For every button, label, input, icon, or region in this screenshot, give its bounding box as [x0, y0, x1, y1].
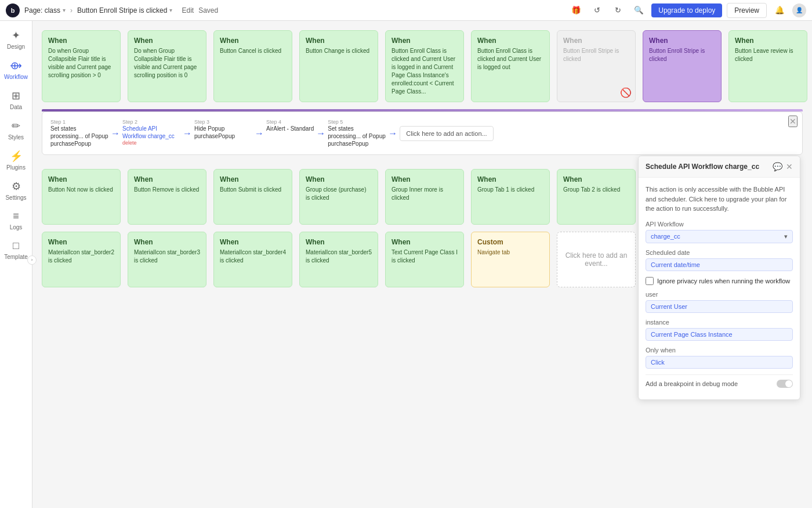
action-flow-bar: ✕ Step 1 Set states processing... of Pop… [42, 111, 803, 155]
step-5-num: Step 5 [328, 119, 386, 125]
sidebar-workflow-label: Workflow [4, 74, 28, 80]
preview-button[interactable]: Preview [727, 3, 767, 18]
step-3-num: Step 3 [194, 119, 252, 125]
workflow-card-star-border-4[interactable]: When MaterialIcon star_border4 is clicke… [213, 232, 292, 287]
step-2-delete[interactable]: delete [122, 140, 180, 146]
page-breadcrumb[interactable]: Page: class ▾ [24, 6, 66, 15]
workflow-card-star-border-2[interactable]: When MaterialIcon star_border2 is clicke… [42, 232, 121, 287]
action-step-4[interactable]: Step 4 AirAlert - Standard [266, 119, 314, 132]
panel-warning-text[interactable]: This action is only accessible with the … [646, 185, 793, 214]
workflow-card-do-when-1[interactable]: When Do when Group Collapsible Flair tit… [42, 30, 121, 102]
page-chevron-icon: ▾ [63, 7, 66, 13]
sidebar-item-styles[interactable]: ✏ Styles [2, 116, 30, 144]
workflow-card-group-inner-more[interactable]: When Group Inner more is clicked [385, 169, 464, 225]
sidebar-plugins-label: Plugins [6, 164, 26, 171]
workflow-card-do-when-2[interactable]: When Do when Group Collapsible Flair tit… [128, 30, 206, 102]
sidebar-item-plugins[interactable]: ⚡ Plugins [2, 146, 30, 174]
action-step-5[interactable]: Step 5 Set states processing... of Popup… [328, 119, 386, 147]
styles-icon: ✏ [12, 120, 20, 132]
workflow-card-button-change[interactable]: When Button Change is clicked [299, 30, 378, 102]
instance-value[interactable]: Current Page Class Instance [646, 328, 793, 341]
logs-icon: ≡ [13, 210, 19, 222]
sidebar-item-design[interactable]: ✦ Design [2, 26, 30, 53]
panel-header: Schedule API Workflow charge_cc 💬 ✕ [639, 156, 800, 178]
workflow-card-leave-review[interactable]: When Button Leave review is clicked [728, 30, 807, 102]
workflow-card-text-current-page[interactable]: When Text Current Page Class I is clicke… [385, 232, 464, 287]
scheduled-date-value[interactable]: Current date/time [646, 258, 793, 271]
workflow-card-custom-navigate[interactable]: Custom Navigate tab [471, 232, 550, 287]
workflow-icon: ⟴ [10, 59, 22, 72]
sidebar: ✦ Design ⟴ Workflow ⊞ Data ✏ Styles ⚡ Pl… [0, 21, 32, 508]
action-step-1[interactable]: Step 1 Set states processing... of Popup… [50, 119, 108, 147]
avatar: 👤 [792, 3, 806, 17]
ignore-privacy-label: Ignore privacy rules when running the wo… [657, 278, 790, 284]
schedule-api-panel: Schedule API Workflow charge_cc 💬 ✕ This… [638, 156, 800, 400]
ignore-privacy-row: Ignore privacy rules when running the wo… [646, 277, 793, 285]
workflow-card-not-now[interactable]: When Button Not now is clicked [42, 169, 121, 225]
action-flow-close-button[interactable]: ✕ [788, 116, 798, 127]
workflow-card-group-tab-1[interactable]: When Group Tab 1 is clicked [471, 169, 550, 225]
api-workflow-value[interactable]: charge_cc ▾ [646, 230, 793, 243]
user-field: user Current User [646, 291, 793, 313]
api-workflow-field: API Workflow charge_cc ▾ [646, 221, 793, 243]
upgrade-button[interactable]: Upgrade to deploy [651, 3, 722, 17]
action-step-3[interactable]: Step 3 Hide Popup purchasePopup [194, 119, 252, 140]
breakpoint-label: Add a breakpoint in debug mode [646, 380, 738, 387]
undo-button[interactable]: ↺ [589, 2, 605, 19]
sidebar-item-template[interactable]: □ Template [2, 236, 30, 264]
workflow-selector[interactable]: Button Enroll Stripe is clicked ▾ [77, 6, 172, 15]
only-when-value[interactable]: Click [646, 356, 793, 369]
workflow-card-group-close[interactable]: When Group close (purchase) is clicked [299, 169, 378, 225]
workflow-card-enroll-stripe-disabled[interactable]: When Button Enroll Stripe is clicked 🚫 [557, 30, 636, 102]
action-step-2[interactable]: Step 2 Schedule API Workflow charge_cc d… [122, 119, 180, 146]
api-workflow-chevron-icon: ▾ [784, 233, 788, 240]
sidebar-styles-label: Styles [8, 134, 24, 140]
instance-field: instance Current Page Class Instance [646, 319, 793, 341]
add-action-button[interactable]: Click here to add an action... [400, 126, 493, 141]
breakpoint-toggle-row: Add a breakpoint in debug mode [646, 374, 793, 392]
workflow-card-enroll-class-1[interactable]: When Button Enroll Class is clicked and … [385, 30, 464, 102]
panel-title: Schedule API Workflow charge_cc [646, 163, 759, 171]
workflow-card-star-border-3[interactable]: When MaterialIcon star_border3 is clicke… [128, 232, 206, 287]
workflow-card-enroll-stripe-active[interactable]: When Button Enroll Stripe is clicked [643, 30, 722, 102]
gift-icon-button[interactable]: 🎁 [568, 2, 584, 19]
step-arrow-2: → [183, 128, 192, 139]
workflow-card-star-border-5[interactable]: When MaterialIcon star_border5 is clicke… [299, 232, 378, 287]
search-button[interactable]: 🔍 [630, 2, 647, 19]
workflow-card-add-event[interactable]: Click here to add an event... [557, 232, 636, 287]
workflow-card-submit[interactable]: When Button Submit is clicked [213, 169, 292, 225]
step-1-num: Step 1 [50, 119, 108, 125]
workflow-card-button-cancel[interactable]: When Button Cancel is clicked [213, 30, 292, 102]
sidebar-item-workflow[interactable]: ⟴ Workflow [2, 56, 30, 84]
panel-close-icon[interactable]: ✕ [786, 162, 793, 171]
panel-body: This action is only accessible with the … [639, 178, 800, 399]
only-when-label: Only when [646, 347, 793, 354]
workflow-card-group-tab-2[interactable]: When Group Tab 2 is clicked [557, 169, 636, 225]
comment-icon[interactable]: 💬 [773, 162, 782, 171]
breakpoint-toggle[interactable] [777, 380, 793, 388]
step-arrow-5: → [388, 128, 397, 139]
design-icon: ✦ [12, 29, 20, 42]
sidebar-item-logs[interactable]: ≡ Logs [2, 207, 30, 234]
step-3-text: Hide Popup purchasePopup [194, 125, 252, 140]
edit-label: Edit [182, 6, 194, 15]
sidebar-item-data[interactable]: ⊞ Data [2, 86, 30, 114]
data-icon: ⊞ [12, 89, 20, 102]
step-arrow-1: → [111, 128, 120, 139]
page-label: Page: class [24, 6, 60, 15]
redo-button[interactable]: ↻ [610, 2, 626, 19]
step-arrow-4: → [316, 128, 325, 139]
sidebar-expand-button[interactable]: › [27, 255, 37, 265]
saved-label: Saved [198, 6, 218, 15]
only-when-field: Only when Click [646, 347, 793, 369]
workflow-chevron-icon: ▾ [169, 7, 172, 13]
sidebar-item-settings[interactable]: ⚙ Settings [2, 176, 30, 204]
workflow-card-remove[interactable]: When Button Remove is clicked [128, 169, 206, 225]
plugins-icon: ⚡ [10, 150, 23, 163]
ignore-privacy-checkbox[interactable] [646, 277, 654, 285]
notification-button[interactable]: 🔔 [771, 2, 788, 19]
app-logo[interactable]: b [6, 3, 20, 17]
workflow-card-enroll-class-2[interactable]: When Button Enroll Class is clicked and … [471, 30, 550, 102]
api-workflow-label: API Workflow [646, 221, 793, 228]
user-value[interactable]: Current User [646, 300, 793, 313]
